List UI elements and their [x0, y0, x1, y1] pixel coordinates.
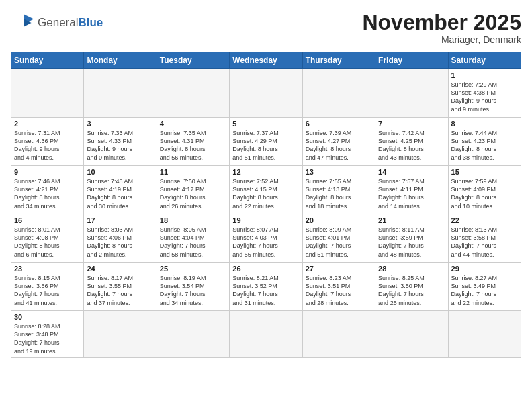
calendar-cell: 17Sunrise: 8:03 AM Sunset: 4:06 PM Dayli… — [84, 214, 157, 263]
day-info: Sunrise: 8:15 AM Sunset: 3:56 PM Dayligh… — [14, 274, 81, 307]
logo-text: GeneralBlue — [38, 17, 103, 30]
week-row-2: 9Sunrise: 7:46 AM Sunset: 4:21 PM Daylig… — [11, 166, 521, 214]
calendar-cell: 1Sunrise: 7:29 AM Sunset: 4:38 PM Daylig… — [448, 69, 521, 118]
day-info: Sunrise: 8:27 AM Sunset: 3:49 PM Dayligh… — [451, 274, 518, 307]
calendar-cell: 12Sunrise: 7:52 AM Sunset: 4:15 PM Dayli… — [230, 166, 302, 214]
day-number: 5 — [232, 120, 299, 128]
week-row-1: 2Sunrise: 7:31 AM Sunset: 4:36 PM Daylig… — [11, 118, 521, 166]
weekday-header-sunday: Sunday — [11, 52, 84, 69]
location: Mariager, Denmark — [362, 34, 521, 45]
day-info: Sunrise: 8:19 AM Sunset: 3:54 PM Dayligh… — [160, 274, 226, 307]
day-info: Sunrise: 7:55 AM Sunset: 4:13 PM Dayligh… — [306, 177, 372, 210]
weekday-header-tuesday: Tuesday — [157, 52, 229, 69]
day-number: 16 — [14, 216, 81, 224]
day-number: 22 — [451, 216, 518, 224]
day-info: Sunrise: 8:28 AM Sunset: 3:48 PM Dayligh… — [14, 322, 81, 355]
day-info: Sunrise: 7:48 AM Sunset: 4:19 PM Dayligh… — [87, 177, 153, 210]
day-number: 26 — [232, 265, 299, 273]
day-info: Sunrise: 8:05 AM Sunset: 4:04 PM Dayligh… — [160, 226, 226, 259]
day-info: Sunrise: 7:35 AM Sunset: 4:31 PM Dayligh… — [160, 129, 226, 162]
day-number: 11 — [160, 168, 226, 176]
calendar-cell — [84, 69, 157, 118]
calendar-cell: 14Sunrise: 7:57 AM Sunset: 4:11 PM Dayli… — [375, 166, 448, 214]
day-info: Sunrise: 8:25 AM Sunset: 3:50 PM Dayligh… — [378, 274, 445, 307]
logo-icon — [11, 11, 35, 35]
calendar-cell — [157, 69, 229, 118]
calendar-cell — [84, 311, 157, 358]
day-info: Sunrise: 7:57 AM Sunset: 4:11 PM Dayligh… — [378, 177, 445, 210]
weekday-header-thursday: Thursday — [302, 52, 375, 69]
logo-blue: Blue — [78, 16, 103, 29]
weekday-header-saturday: Saturday — [448, 52, 521, 69]
calendar-table: SundayMondayTuesdayWednesdayThursdayFrid… — [11, 52, 521, 358]
calendar-cell: 7Sunrise: 7:42 AM Sunset: 4:25 PM Daylig… — [375, 118, 448, 166]
calendar-cell: 3Sunrise: 7:33 AM Sunset: 4:33 PM Daylig… — [84, 118, 157, 166]
day-number: 6 — [306, 120, 372, 128]
calendar-cell: 9Sunrise: 7:46 AM Sunset: 4:21 PM Daylig… — [11, 166, 84, 214]
day-info: Sunrise: 7:39 AM Sunset: 4:27 PM Dayligh… — [306, 129, 372, 162]
calendar-cell: 16Sunrise: 8:01 AM Sunset: 4:08 PM Dayli… — [11, 214, 84, 263]
calendar-cell: 19Sunrise: 8:07 AM Sunset: 4:03 PM Dayli… — [230, 214, 302, 263]
week-row-3: 16Sunrise: 8:01 AM Sunset: 4:08 PM Dayli… — [11, 214, 521, 263]
day-number: 13 — [306, 168, 372, 176]
calendar-cell: 29Sunrise: 8:27 AM Sunset: 3:49 PM Dayli… — [448, 263, 521, 311]
day-number: 21 — [378, 216, 445, 224]
day-number: 27 — [306, 265, 372, 273]
day-number: 14 — [378, 168, 445, 176]
calendar-cell: 28Sunrise: 8:25 AM Sunset: 3:50 PM Dayli… — [375, 263, 448, 311]
header: GeneralBlue November 2025 Mariager, Denm… — [11, 11, 521, 45]
calendar-cell: 4Sunrise: 7:35 AM Sunset: 4:31 PM Daylig… — [157, 118, 229, 166]
day-info: Sunrise: 8:23 AM Sunset: 3:51 PM Dayligh… — [306, 274, 372, 307]
day-info: Sunrise: 8:09 AM Sunset: 4:01 PM Dayligh… — [306, 226, 372, 259]
day-info: Sunrise: 7:33 AM Sunset: 4:33 PM Dayligh… — [87, 129, 153, 162]
calendar-cell — [230, 311, 302, 358]
calendar-cell — [448, 311, 521, 358]
calendar-cell: 5Sunrise: 7:37 AM Sunset: 4:29 PM Daylig… — [230, 118, 302, 166]
day-number: 19 — [232, 216, 299, 224]
calendar-cell: 21Sunrise: 8:11 AM Sunset: 3:59 PM Dayli… — [375, 214, 448, 263]
day-info: Sunrise: 7:42 AM Sunset: 4:25 PM Dayligh… — [378, 129, 445, 162]
day-info: Sunrise: 8:21 AM Sunset: 3:52 PM Dayligh… — [232, 274, 299, 307]
calendar-cell: 13Sunrise: 7:55 AM Sunset: 4:13 PM Dayli… — [302, 166, 375, 214]
calendar-cell: 11Sunrise: 7:50 AM Sunset: 4:17 PM Dayli… — [157, 166, 229, 214]
day-info: Sunrise: 7:29 AM Sunset: 4:38 PM Dayligh… — [451, 81, 518, 113]
logo-general: General — [38, 16, 78, 29]
day-number: 18 — [160, 216, 226, 224]
day-info: Sunrise: 8:11 AM Sunset: 3:59 PM Dayligh… — [378, 226, 445, 259]
calendar-cell — [157, 311, 229, 358]
calendar-cell: 24Sunrise: 8:17 AM Sunset: 3:55 PM Dayli… — [84, 263, 157, 311]
week-row-4: 23Sunrise: 8:15 AM Sunset: 3:56 PM Dayli… — [11, 263, 521, 311]
calendar-cell: 30Sunrise: 8:28 AM Sunset: 3:48 PM Dayli… — [11, 311, 84, 358]
calendar-cell — [375, 69, 448, 118]
day-number: 20 — [306, 216, 372, 224]
day-number: 10 — [87, 168, 153, 176]
weekday-header-wednesday: Wednesday — [230, 52, 302, 69]
day-number: 9 — [14, 168, 81, 176]
calendar-cell: 25Sunrise: 8:19 AM Sunset: 3:54 PM Dayli… — [157, 263, 229, 311]
day-info: Sunrise: 8:03 AM Sunset: 4:06 PM Dayligh… — [87, 226, 153, 259]
day-number: 29 — [451, 265, 518, 273]
day-number: 3 — [87, 120, 153, 128]
day-number: 30 — [14, 313, 81, 321]
day-info: Sunrise: 7:46 AM Sunset: 4:21 PM Dayligh… — [14, 177, 81, 210]
calendar-cell: 6Sunrise: 7:39 AM Sunset: 4:27 PM Daylig… — [302, 118, 375, 166]
calendar-cell — [302, 69, 375, 118]
calendar-cell: 22Sunrise: 8:13 AM Sunset: 3:58 PM Dayli… — [448, 214, 521, 263]
calendar-cell — [375, 311, 448, 358]
title-block: November 2025 Mariager, Denmark — [362, 11, 521, 45]
calendar-cell: 27Sunrise: 8:23 AM Sunset: 3:51 PM Dayli… — [302, 263, 375, 311]
day-info: Sunrise: 8:13 AM Sunset: 3:58 PM Dayligh… — [451, 226, 518, 259]
calendar-cell: 8Sunrise: 7:44 AM Sunset: 4:23 PM Daylig… — [448, 118, 521, 166]
calendar-cell: 15Sunrise: 7:59 AM Sunset: 4:09 PM Dayli… — [448, 166, 521, 214]
weekday-header-monday: Monday — [84, 52, 157, 69]
day-info: Sunrise: 8:17 AM Sunset: 3:55 PM Dayligh… — [87, 274, 153, 307]
page: GeneralBlue November 2025 Mariager, Denm… — [0, 0, 532, 411]
day-info: Sunrise: 7:37 AM Sunset: 4:29 PM Dayligh… — [232, 129, 299, 162]
day-number: 17 — [87, 216, 153, 224]
day-number: 24 — [87, 265, 153, 273]
day-info: Sunrise: 8:01 AM Sunset: 4:08 PM Dayligh… — [14, 226, 81, 259]
day-number: 15 — [451, 168, 518, 176]
day-number: 4 — [160, 120, 226, 128]
day-info: Sunrise: 7:50 AM Sunset: 4:17 PM Dayligh… — [160, 177, 226, 210]
month-title: November 2025 — [362, 11, 521, 34]
